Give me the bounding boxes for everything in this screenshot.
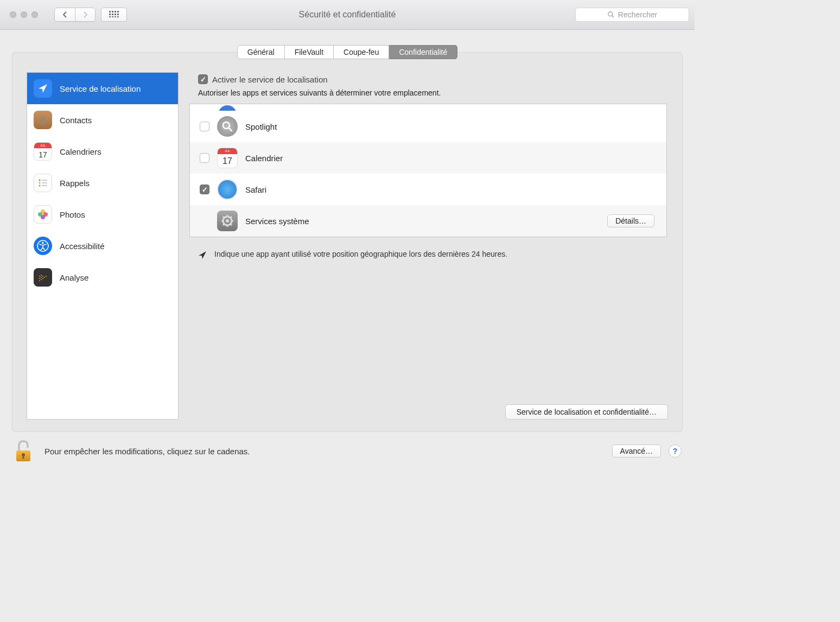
svg-point-17 (39, 182, 41, 184)
app-row-partial (190, 104, 666, 111)
lock-text: Pour empêcher les modifications, cliquez… (44, 447, 250, 456)
svg-rect-18 (42, 182, 47, 183)
svg-point-19 (39, 185, 41, 187)
minimize-button[interactable] (21, 11, 27, 18)
app-row-system-services: Services système Détails… (190, 205, 666, 237)
advanced-button[interactable]: Avancé… (612, 445, 661, 458)
svg-rect-16 (42, 180, 47, 181)
sidebar-item-analytics[interactable]: Analyse (27, 262, 178, 293)
sidebar: Service de localisation Contacts JUL 17 … (27, 72, 179, 420)
location-arrow-icon (198, 251, 207, 259)
svg-rect-11 (117, 16, 119, 17)
app-row-spotlight: Spotlight (190, 111, 666, 142)
svg-rect-4 (109, 14, 111, 15)
svg-point-15 (39, 180, 41, 181)
tab-firewall[interactable]: Coupe-feu (334, 45, 389, 59)
svg-rect-7 (117, 14, 119, 15)
svg-point-37 (218, 105, 237, 111)
back-button[interactable] (54, 8, 75, 22)
svg-point-36 (41, 275, 42, 276)
location-icon (34, 79, 52, 98)
svg-point-28 (41, 279, 42, 280)
svg-point-41 (226, 219, 229, 223)
sidebar-item-contacts[interactable]: Contacts (27, 104, 178, 136)
svg-rect-5 (112, 14, 113, 15)
sidebar-item-label: Analyse (60, 273, 88, 282)
svg-rect-0 (109, 11, 111, 12)
safari-icon (217, 179, 238, 200)
app-list[interactable]: Spotlight JUL 17 Calendrier Safari (189, 104, 667, 237)
app-checkbox-safari[interactable] (200, 185, 209, 194)
window-title: Sécurité et confidentialité (299, 10, 396, 20)
svg-rect-6 (114, 14, 116, 15)
system-services-label: Services système (245, 217, 309, 226)
details-button[interactable]: Détails… (607, 214, 654, 227)
maximize-button[interactable] (31, 11, 38, 18)
svg-rect-52 (23, 455, 24, 459)
tab-filevault[interactable]: FileVault (285, 45, 334, 59)
tab-general[interactable]: Général (237, 45, 285, 59)
nav-buttons (54, 8, 96, 22)
app-checkbox-spotlight[interactable] (200, 122, 209, 131)
svg-rect-10 (114, 16, 116, 17)
help-button[interactable]: ? (669, 445, 682, 458)
footnote: Indique une app ayant utilisé votre posi… (188, 237, 668, 272)
svg-point-14 (41, 117, 45, 120)
sidebar-item-label: Service de localisation (60, 84, 141, 93)
lock-icon[interactable] (13, 440, 34, 462)
svg-line-39 (229, 128, 232, 131)
enable-subtext: Autoriser les apps et services suivants … (188, 86, 668, 104)
sidebar-item-label: Calendriers (60, 147, 101, 156)
sidebar-item-label: Contacts (60, 116, 92, 125)
accessibility-icon (34, 237, 52, 255)
search-input[interactable]: Rechercher (575, 8, 689, 22)
calendar-app-icon: JUL 17 (217, 148, 238, 168)
app-checkbox-calendar[interactable] (200, 153, 209, 163)
sidebar-item-label: Photos (60, 210, 85, 219)
lockbar: Pour empêcher les modifications, cliquez… (0, 432, 695, 470)
svg-rect-8 (109, 16, 111, 17)
chevron-right-icon (82, 11, 88, 18)
enable-location-checkbox[interactable] (198, 74, 208, 84)
calendar-icon: JUL 17 (34, 142, 52, 161)
svg-point-34 (42, 276, 43, 277)
svg-rect-3 (117, 11, 119, 12)
enable-location-label: Activer le service de localisation (212, 75, 328, 84)
content: Activer le service de localisation Autor… (188, 72, 668, 420)
svg-point-27 (39, 280, 40, 281)
titlebar: Sécurité et confidentialité Rechercher (0, 0, 695, 30)
svg-point-31 (46, 276, 47, 277)
panel: Service de localisation Contacts JUL 17 … (12, 52, 683, 432)
app-row-calendar: JUL 17 Calendrier (190, 142, 666, 174)
forward-button[interactable] (75, 8, 96, 22)
sidebar-item-reminders[interactable]: Rappels (27, 167, 178, 199)
search-placeholder: Rechercher (618, 10, 657, 19)
tab-privacy[interactable]: Confidentialité (389, 45, 457, 59)
svg-point-24 (38, 212, 42, 217)
app-name: Calendrier (245, 154, 283, 163)
sidebar-item-calendars[interactable]: JUL 17 Calendriers (27, 136, 178, 167)
sidebar-item-label: Rappels (60, 179, 90, 188)
footnote-text: Indique une app ayant utilisé votre posi… (214, 249, 507, 260)
grid-button[interactable] (101, 8, 127, 22)
analytics-icon (34, 268, 52, 287)
svg-point-29 (42, 278, 43, 279)
sidebar-item-photos[interactable]: Photos (27, 199, 178, 230)
privacy-row: Service de localisation et confidentiali… (188, 404, 668, 420)
gear-icon (217, 211, 238, 231)
svg-point-26 (42, 242, 44, 244)
reminders-icon (34, 174, 52, 192)
svg-rect-1 (112, 11, 113, 12)
sidebar-item-location[interactable]: Service de localisation (27, 73, 178, 104)
location-privacy-button[interactable]: Service de localisation et confidentiali… (505, 404, 668, 420)
svg-rect-20 (42, 185, 47, 186)
svg-point-32 (39, 278, 40, 279)
close-button[interactable] (10, 11, 16, 18)
svg-point-30 (44, 277, 45, 278)
svg-line-13 (612, 16, 614, 18)
contacts-icon (34, 111, 52, 129)
traffic-lights (10, 11, 38, 18)
spotlight-icon (217, 116, 238, 137)
app-name: Spotlight (245, 122, 277, 131)
sidebar-item-accessibility[interactable]: Accessibilité (27, 230, 178, 262)
